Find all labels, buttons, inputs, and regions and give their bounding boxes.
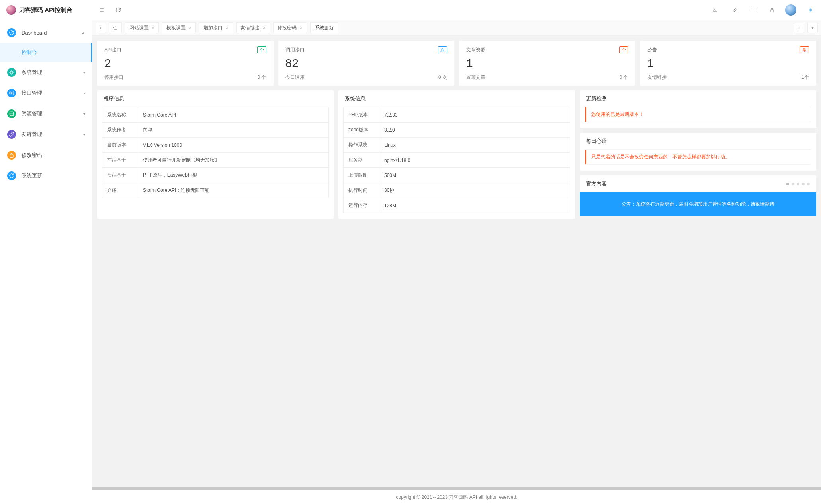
sidebar-item-api[interactable]: 接口管理 ▾ xyxy=(0,83,92,103)
tab-friendlink[interactable]: 友情链接 × xyxy=(236,22,270,33)
sidebar-subitem-console[interactable]: 控制台 xyxy=(0,43,92,62)
sidebar-item-resource[interactable]: 资源管理 ▾ xyxy=(0,103,92,124)
tabs-next-button[interactable]: › xyxy=(794,23,804,33)
stat-badge: 个 xyxy=(257,46,266,53)
card-official: 官方内容 公告：系统将在近期更新，届时会增加用户管理等各种功能，请敬请期待 xyxy=(580,175,816,216)
tab-add-api[interactable]: 增加接口 × xyxy=(199,22,233,33)
sidebar-item-update[interactable]: 系统更新 xyxy=(0,165,92,186)
stat-card-call: 调用接口 次 82 今日调用 0 次 xyxy=(278,41,455,86)
tab-home[interactable] xyxy=(109,22,122,33)
tab-system-update[interactable]: 系统更新 xyxy=(310,22,338,33)
dot-icon[interactable] xyxy=(807,183,810,185)
stat-badge: 次 xyxy=(438,46,447,53)
sidebar-item-label: 接口管理 xyxy=(22,90,83,97)
theme-button[interactable] xyxy=(709,4,721,16)
stat-subvalue: 0 次 xyxy=(438,74,447,81)
logo-block: 刀客源码 API控制台 xyxy=(0,0,92,20)
tab-label: 修改密码 xyxy=(278,25,297,31)
more-button[interactable] xyxy=(803,4,815,16)
update-icon xyxy=(7,171,16,180)
dot-icon[interactable] xyxy=(802,183,805,185)
tab-template-setting[interactable]: 模板设置 × xyxy=(162,22,196,33)
close-icon[interactable]: × xyxy=(226,25,229,31)
svg-rect-6 xyxy=(770,10,774,12)
table-row: 当前版本V1.0 Version 1000 xyxy=(102,138,329,153)
table-row: 系统名称Storm Core API xyxy=(102,107,329,123)
table-row: PHP版本7.2.33 xyxy=(344,107,570,123)
sidebar-item-label: 友链管理 xyxy=(22,131,83,138)
svg-rect-5 xyxy=(10,155,13,157)
link-icon xyxy=(7,130,16,139)
close-icon[interactable]: × xyxy=(300,25,303,31)
sidebar-item-friendlink[interactable]: 友链管理 ▾ xyxy=(0,124,92,145)
close-icon[interactable]: × xyxy=(152,25,154,31)
info-row: 程序信息 系统名称Storm Core API 系统作者简单 当前版本V1.0 … xyxy=(97,90,816,219)
sidebar-item-label: 资源管理 xyxy=(22,110,83,117)
table-row: 执行时间30秒 xyxy=(344,183,570,198)
tab-label: 模板设置 xyxy=(166,25,186,31)
table-row: 介绍Storm Core API：连接无限可能 xyxy=(102,183,329,198)
header xyxy=(92,0,821,20)
stat-card-article: 文章资源 个 1 置顶文章 0 个 xyxy=(459,41,635,86)
fullscreen-button[interactable] xyxy=(747,4,759,16)
svg-point-1 xyxy=(11,72,12,73)
dot-icon[interactable] xyxy=(797,183,799,185)
stat-title: 公告 xyxy=(647,47,657,53)
tabs-menu-button[interactable]: ▾ xyxy=(807,23,818,33)
dot-icon[interactable] xyxy=(786,183,789,185)
tab-label: 友情链接 xyxy=(240,25,260,31)
api-icon xyxy=(7,89,16,97)
sidebar-item-label: 控制台 xyxy=(22,49,37,56)
chevron-down-icon: ▾ xyxy=(83,132,85,137)
official-notice: 公告：系统将在近期更新，届时会增加用户管理等各种功能，请敬请期待 xyxy=(580,192,816,216)
tab-password[interactable]: 修改密码 × xyxy=(273,22,307,33)
avatar[interactable] xyxy=(785,4,796,16)
svg-point-3 xyxy=(11,92,12,94)
sidebar-item-label: 系统管理 xyxy=(22,69,83,76)
app-title: 刀客源码 API控制台 xyxy=(19,6,72,14)
collapse-sidebar-button[interactable] xyxy=(98,6,107,14)
lockscreen-button[interactable] xyxy=(766,4,778,16)
stat-sublabel: 今日调用 xyxy=(285,74,305,81)
footer: copyright © 2021～2023 刀客源码 API all right… xyxy=(92,490,821,504)
tab-label: 增加接口 xyxy=(203,25,223,31)
dashboard-icon xyxy=(7,28,16,37)
refresh-button[interactable] xyxy=(114,6,123,14)
system-info-table: PHP版本7.2.33 zend版本3.2.0 操作系统Linux 服务器ngi… xyxy=(343,107,570,213)
logo-icon xyxy=(6,5,16,15)
tabs-prev-button[interactable]: ‹ xyxy=(96,23,106,33)
table-row: zend版本3.2.0 xyxy=(344,123,570,138)
stat-card-api: API接口 个 2 停用接口 0 个 xyxy=(97,41,274,86)
card-title: 官方内容 xyxy=(586,180,607,187)
card-title: 程序信息 xyxy=(97,90,334,107)
card-program-info: 程序信息 系统名称Storm Core API 系统作者简单 当前版本V1.0 … xyxy=(97,90,334,219)
tab-site-setting[interactable]: 网站设置 × xyxy=(125,22,159,33)
resource-icon xyxy=(7,109,16,118)
chevron-down-icon: ▾ xyxy=(83,70,85,75)
sidebar-item-label: 系统更新 xyxy=(22,172,85,179)
stat-title: 文章资源 xyxy=(466,47,485,53)
stat-value: 82 xyxy=(285,56,448,70)
chevron-down-icon: ▾ xyxy=(83,91,85,95)
stat-title: API接口 xyxy=(104,47,121,53)
stat-value: 1 xyxy=(466,56,628,70)
dot-icon[interactable] xyxy=(792,183,794,185)
notes-button[interactable] xyxy=(728,4,740,16)
side-column: 更新检测 您使用的已是最新版本！ 每日心语 只是想着的话是不会改变任何东西的，不… xyxy=(580,90,816,219)
close-icon[interactable]: × xyxy=(189,25,192,31)
sidebar-item-password[interactable]: 修改密码 xyxy=(0,145,92,165)
sidebar-item-system[interactable]: 系统管理 ▾ xyxy=(0,62,92,83)
card-update-check: 更新检测 您使用的已是最新版本！ xyxy=(580,90,816,128)
content: API接口 个 2 停用接口 0 个 调用接口 次 82 xyxy=(92,36,821,487)
sidebar-item-dashboard[interactable]: Dashboard ▲ xyxy=(0,22,92,43)
carousel-dots[interactable] xyxy=(786,183,810,185)
tab-label: 网站设置 xyxy=(129,25,149,31)
update-check-text: 您使用的已是最新版本！ xyxy=(585,107,811,122)
lock-icon xyxy=(7,151,16,160)
stat-sublabel: 友情链接 xyxy=(647,74,667,81)
daily-quote-text: 只是想着的话是不会改变任何东西的，不管怎么样都要加以行动。 xyxy=(585,150,811,164)
close-icon[interactable]: × xyxy=(263,25,266,31)
stat-value: 1 xyxy=(647,56,809,70)
stat-subvalue: 0 个 xyxy=(257,74,266,81)
card-title: 每日心语 xyxy=(580,133,816,150)
